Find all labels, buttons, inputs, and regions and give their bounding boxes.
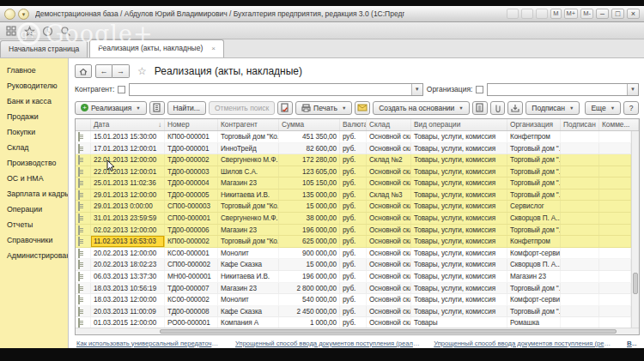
vertical-scrollbar[interactable] xyxy=(631,131,639,328)
chevron-down-icon[interactable]: ▼ xyxy=(627,84,638,95)
table-cell: Товары, услуги, комиссия xyxy=(411,248,507,259)
table-row[interactable]: 11.02.2013 16:53:03КП00-000002Торговый д… xyxy=(76,236,631,248)
column-header[interactable]: Номер xyxy=(165,119,218,130)
create-based-on-button[interactable]: Создать на основании▼ xyxy=(373,101,470,115)
tab-sales-documents[interactable]: Реализация (акты, накладные)× xyxy=(89,39,224,57)
organization-filter-checkbox[interactable] xyxy=(476,86,483,93)
memory-mminus-button[interactable]: М- xyxy=(580,9,593,19)
email-button[interactable] xyxy=(355,101,370,115)
favorites-star-icon[interactable] xyxy=(24,25,35,36)
nav-history-group: ← → xyxy=(95,64,130,78)
forward-button[interactable]: → xyxy=(112,64,130,78)
help-link-upd[interactable]: Как использовать универсальный передаточ… xyxy=(76,340,222,347)
favorite-toggle-star-icon[interactable]: ☆ xyxy=(137,65,147,77)
posted-document-icon xyxy=(76,317,91,328)
history-clock-icon[interactable] xyxy=(42,25,53,36)
calendar-icon[interactable] xyxy=(521,9,533,19)
table-row[interactable]: 20.02.2013 12:00:00КС00-000001Монолит900… xyxy=(76,248,631,260)
column-header[interactable]: Валюта xyxy=(340,119,367,130)
table-row[interactable]: 22.01.2013 12:00:00ТД00-000002Свергуненк… xyxy=(76,154,631,166)
edo-tray-button[interactable] xyxy=(507,101,523,115)
maximize-button[interactable]: □ xyxy=(611,9,624,19)
sort-descending-icon: ↓ xyxy=(158,119,161,130)
main-menu-arrow-icon[interactable]: ▾ xyxy=(18,9,29,20)
counterparty-filter-input[interactable]: ▼ xyxy=(129,83,422,96)
table-row[interactable]: 31.01.2013 23:59:59СП00-000001Свергуненк… xyxy=(76,213,631,225)
create-document-button[interactable]: + Реализация▼ xyxy=(75,101,147,115)
more-button[interactable]: Еще▼ xyxy=(585,101,621,115)
sidebar-item[interactable]: Операции xyxy=(0,202,68,217)
memory-mplus-button[interactable]: М+ xyxy=(564,9,579,19)
search-icon[interactable] xyxy=(60,25,71,36)
table-row[interactable]: 20.03.2013 11:00:09ТД00-000008Кафе Сказк… xyxy=(76,306,631,318)
cancel-search-button[interactable]: Отменить поиск xyxy=(209,101,275,115)
column-header[interactable]: Контрагент xyxy=(218,119,279,130)
sidebar-item[interactable]: Банк и касса xyxy=(0,93,68,109)
horizontal-scrollbar[interactable] xyxy=(76,328,639,334)
back-button[interactable]: ← xyxy=(95,64,112,78)
document-report-button[interactable] xyxy=(472,101,488,115)
sidebar-item[interactable]: Покупки xyxy=(0,124,68,140)
sidebar-item[interactable]: Продажи xyxy=(0,109,68,124)
table-row[interactable]: 01.03.2015 12:00:00РО00-000001Компания А… xyxy=(76,317,631,328)
post-document-button[interactable] xyxy=(277,101,293,115)
column-header[interactable]: Подписан xyxy=(561,119,599,130)
column-header[interactable]: Склад xyxy=(367,119,411,130)
copy-document-button[interactable] xyxy=(149,101,165,115)
counterparty-filter-checkbox[interactable] xyxy=(118,86,125,93)
signed-filter-button[interactable]: Подписан▼ xyxy=(526,101,580,115)
functions-menu-icon[interactable] xyxy=(6,25,17,36)
table-cell: 31.01.2013 23:59:59 xyxy=(91,213,165,224)
table-cell: Конфетпром xyxy=(507,236,561,247)
all-links-link[interactable]: Все xyxy=(627,340,637,347)
column-header[interactable]: Сумма xyxy=(279,119,340,130)
table-row[interactable]: 20.02.2013 18:02:23СП00-000002Кафе Сказк… xyxy=(76,259,631,271)
sidebar-item[interactable]: Отчеты xyxy=(0,217,68,232)
table-cell: 38 000,00 xyxy=(279,213,340,224)
table-row[interactable]: 06.03.2013 13:37:30МН00-000001Никитаева … xyxy=(76,271,631,283)
find-button[interactable]: Найти... xyxy=(167,101,206,115)
table-row[interactable]: 15.01.2013 15:30:00КП00-000001Торговый д… xyxy=(76,131,631,143)
organization-filter-input[interactable]: ▼ xyxy=(487,83,639,96)
table-cell: Товары, услуги, комиссия xyxy=(411,294,507,305)
sidebar-item[interactable]: Справочники xyxy=(0,232,68,248)
tab-home[interactable]: Начальная страница xyxy=(0,40,88,57)
column-header[interactable] xyxy=(76,119,91,130)
help-link-simplified-services[interactable]: Упрощенный способ ввода документов посту… xyxy=(434,340,613,347)
minimize-button[interactable]: – xyxy=(596,9,609,19)
column-header[interactable]: Дата↓ xyxy=(91,119,165,130)
system-menu-icon[interactable] xyxy=(4,9,15,20)
table-row[interactable]: 18.03.2013 10:56:19ТД00-000007Магазин 23… xyxy=(76,283,631,295)
home-button[interactable] xyxy=(75,64,92,78)
sidebar-item[interactable]: ОС и НМА xyxy=(0,171,68,186)
sidebar-item[interactable]: Главное xyxy=(0,63,68,78)
column-header[interactable]: Организация xyxy=(507,119,561,130)
table-row[interactable]: 29.01.2013 12:00:00ТД00-000005Никитаева … xyxy=(76,190,631,202)
table-row[interactable]: 18.03.2013 12:00:00КС00-000002Монолит540… xyxy=(76,294,631,306)
sidebar-item[interactable]: Производство xyxy=(0,155,68,171)
chevron-down-icon[interactable]: ▼ xyxy=(411,84,422,95)
print-button[interactable]: Печать▼ xyxy=(295,101,352,115)
tab-close-icon[interactable]: × xyxy=(211,45,216,52)
help-button[interactable]: ? xyxy=(623,101,639,115)
close-button[interactable]: × xyxy=(627,9,640,19)
sidebar-item[interactable]: Зарплата и кадры xyxy=(0,186,68,202)
table-row[interactable]: 17.01.2013 12:00:01ТД00-000001ИнноТрейд8… xyxy=(76,143,631,155)
info-icon[interactable] xyxy=(536,9,548,19)
horizontal-scrollbar-thumb[interactable] xyxy=(160,329,616,334)
attachment-paperclip-button[interactable] xyxy=(490,101,506,115)
sidebar-item[interactable]: Склад xyxy=(0,140,68,155)
table-row[interactable]: 29.01.2013 0:00:00СП00-000003Торговый до… xyxy=(76,201,631,213)
table-row[interactable]: 22.01.2013 12:00:01ТД00-000003Шилов С.А.… xyxy=(76,166,631,178)
memory-m-button[interactable]: М xyxy=(550,9,561,19)
column-header[interactable]: Комме... xyxy=(599,119,639,130)
vertical-scrollbar-thumb[interactable] xyxy=(633,273,638,294)
table-row[interactable]: 25.01.2013 11:02:36ТД00-000004Магазин 23… xyxy=(76,177,631,190)
calculator-icon[interactable] xyxy=(507,9,519,19)
sidebar-item[interactable]: Администрирование xyxy=(0,248,68,263)
help-link-simplified-goods[interactable]: Упрощенный способ ввода документов посту… xyxy=(235,340,420,347)
table-row[interactable]: 02.02.2013 12:00:00ТД00-000006Магазин 23… xyxy=(76,225,631,237)
column-header[interactable]: Вид операции xyxy=(411,119,507,130)
posted-document-icon xyxy=(76,190,91,201)
sidebar-item[interactable]: Руководителю xyxy=(0,78,68,93)
